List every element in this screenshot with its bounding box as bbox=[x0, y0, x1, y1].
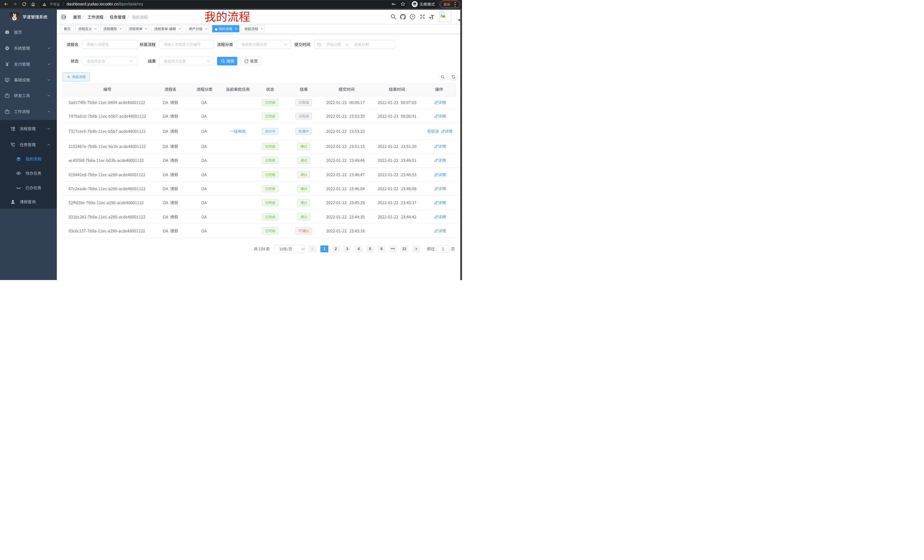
svg-text:?: ? bbox=[411, 15, 413, 18]
